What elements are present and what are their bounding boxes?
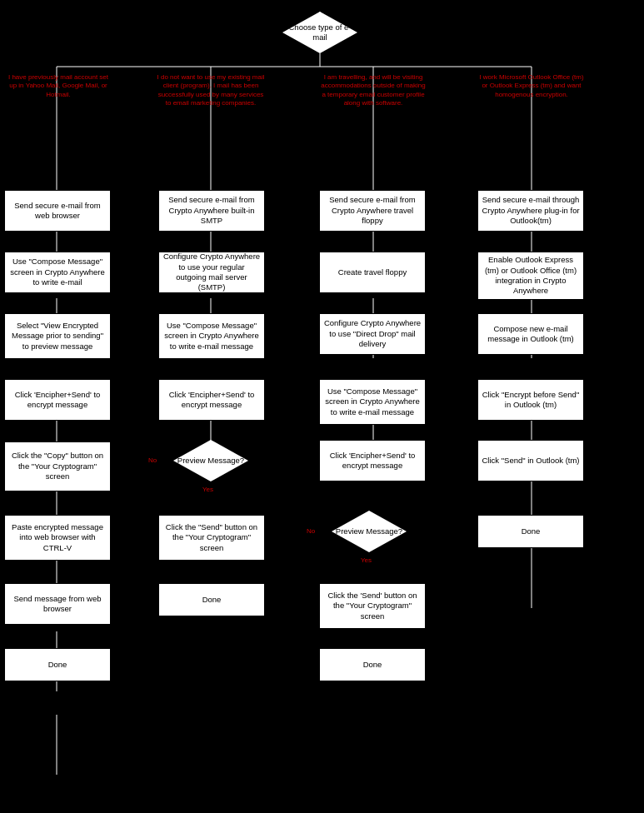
node-col4-row4: Click "Encrypt before Send" in Outlook (…: [477, 379, 584, 421]
node-col1-row8: Done: [4, 648, 111, 681]
col2-yes-label: Yes: [202, 486, 213, 493]
col3-yes-label: Yes: [361, 556, 372, 564]
node-col4-row5: Click "Send" in Outlook (tm): [477, 440, 584, 481]
desc-col2: I do not want to use my existing mail cl…: [157, 73, 265, 108]
node-col2-row1: Send secure e-mail from Crypto Anywhere …: [158, 190, 265, 232]
node-col1-row4: Click 'Encipher+Send' to encrypt message: [4, 379, 111, 421]
node-col2-row2: Configure Crypto Anywhere to use your re…: [158, 252, 265, 293]
node-col3-row4: Use "Compose Message" screen in Crypto A…: [319, 379, 426, 425]
node-col4-row3: Compose new e-mail message in Outlook (t…: [477, 313, 584, 355]
node-col3-row7: Click the 'Send' button on the "Your Cry…: [319, 583, 426, 629]
node-col4-row6: Done: [477, 515, 584, 548]
node-col2-row4: Click 'Encipher+Send' to encrypt message: [158, 379, 265, 421]
node-col1-row3: Select "View Encrypted Message prior to …: [4, 313, 111, 359]
node-col1-row7: Send message from web browser: [4, 583, 111, 625]
col3-no-label: No: [307, 527, 315, 535]
desc-col1: I have previously mail account set up in…: [4, 73, 112, 99]
node-col3-row1: Send secure e-mail from Crypto Anywhere …: [319, 190, 426, 232]
flowchart: Choose type of e-mail I have previously …: [0, 0, 644, 813]
node-col4-row2: Enable Outlook Express (tm) or Outlook O…: [477, 252, 584, 300]
node-col1-row5: Click the "Copy" button on the "Your Cry…: [4, 441, 111, 491]
node-col2-row7: Done: [158, 583, 265, 616]
node-col3-row2: Create travel floppy: [319, 252, 426, 293]
col2-no-label: No: [148, 456, 157, 464]
desc-col4: I work Microsoft Outlook Office (tm) or …: [477, 73, 586, 99]
node-col3-row5: Click 'Encipher+Send' to encrypt message: [319, 440, 426, 481]
node-col4-row1: Send secure e-mail through Crypto Anywhe…: [477, 190, 584, 232]
node-col3-row3: Configure Crypto Anywhere to use "Direct…: [319, 313, 426, 355]
node-col2-row3: Use "Compose Message" screen in Crypto A…: [158, 313, 265, 359]
node-col1-row6: Paste encrypted message into web browser…: [4, 515, 111, 561]
node-col1-row1: Send secure e-mail from web browser: [4, 190, 111, 232]
node-col1-row2: Use "Compose Message" screen in Crypto A…: [4, 252, 111, 293]
desc-col3: I am travelling, and will be visiting ac…: [319, 73, 427, 108]
node-col2-row6: Click the "Send" button on the "Your Cry…: [158, 515, 265, 561]
node-col3-row8: Done: [319, 648, 426, 681]
